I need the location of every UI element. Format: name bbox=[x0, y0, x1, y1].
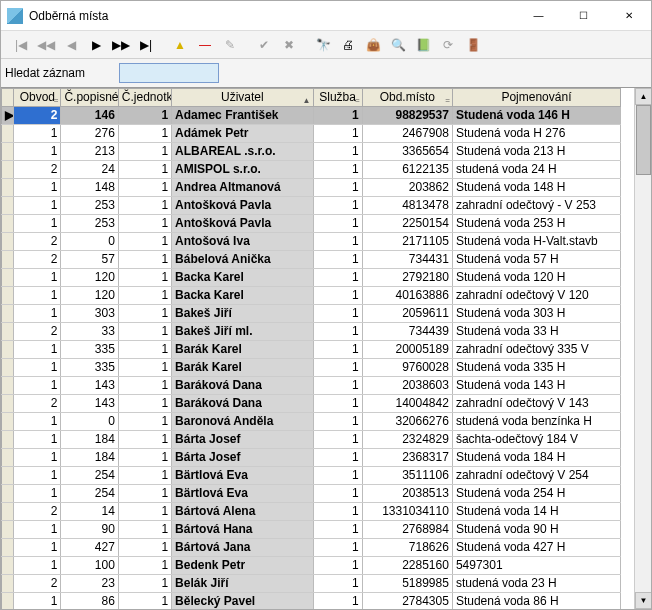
cell-jedn[interactable]: 1 bbox=[118, 449, 171, 467]
cell-pojm[interactable]: Studená voda 120 H bbox=[452, 269, 620, 287]
cell-jedn[interactable]: 1 bbox=[118, 539, 171, 557]
table-row[interactable]: 12541Bärtlová Eva12038513Studená voda 25… bbox=[2, 485, 621, 503]
cell-obdm[interactable]: 2324829 bbox=[362, 431, 452, 449]
cell-obvod[interactable]: 1 bbox=[14, 341, 61, 359]
cell-jedn[interactable]: 1 bbox=[118, 143, 171, 161]
cell-uziv[interactable]: Adamec František bbox=[172, 107, 313, 125]
cell-obvod[interactable]: 1 bbox=[14, 449, 61, 467]
nav-fwd-icon[interactable]: ▶▶ bbox=[109, 34, 133, 56]
cell-uziv[interactable]: Bělecký Pavel bbox=[172, 593, 313, 610]
cell-uziv[interactable]: Bärtlová Eva bbox=[172, 485, 313, 503]
cell-pojm[interactable]: zahradní odečtový V 120 bbox=[452, 287, 620, 305]
cell-pojm[interactable]: šachta-odečtový 184 V bbox=[452, 431, 620, 449]
cell-obdm[interactable]: 40163886 bbox=[362, 287, 452, 305]
cell-pojm[interactable]: Studená voda 86 H bbox=[452, 593, 620, 610]
cell-obvod[interactable]: 2 bbox=[14, 575, 61, 593]
cell-uziv[interactable]: Bedenk Petr bbox=[172, 557, 313, 575]
cell-popis[interactable]: 184 bbox=[61, 431, 118, 449]
cell-sluz[interactable]: 1 bbox=[313, 575, 362, 593]
cell-obdm[interactable]: 734439 bbox=[362, 323, 452, 341]
minimize-button[interactable]: — bbox=[516, 1, 561, 30]
table-row[interactable]: 11001Bedenk Petr122851605497301 bbox=[2, 557, 621, 575]
cell-uziv[interactable]: Bártová Jana bbox=[172, 539, 313, 557]
cell-uziv[interactable]: Bärtlová Eva bbox=[172, 467, 313, 485]
table-row[interactable]: 12531Antošková Pavla14813478zahradní ode… bbox=[2, 197, 621, 215]
cell-obdm[interactable]: 2059611 bbox=[362, 305, 452, 323]
cell-obdm[interactable]: 2792180 bbox=[362, 269, 452, 287]
door-icon[interactable]: 🚪 bbox=[461, 34, 485, 56]
cell-jedn[interactable]: 1 bbox=[118, 215, 171, 233]
cell-obdm[interactable]: 2467908 bbox=[362, 125, 452, 143]
cell-obvod[interactable]: 2 bbox=[14, 107, 61, 125]
bag-icon[interactable]: 👜 bbox=[361, 34, 385, 56]
cell-obvod[interactable]: 1 bbox=[14, 179, 61, 197]
cell-jedn[interactable]: 1 bbox=[118, 359, 171, 377]
cell-pojm[interactable]: Studená voda 33 H bbox=[452, 323, 620, 341]
up-icon[interactable]: ▲ bbox=[168, 34, 192, 56]
cell-popis[interactable]: 276 bbox=[61, 125, 118, 143]
cell-popis[interactable]: 184 bbox=[61, 449, 118, 467]
scroll-thumb[interactable] bbox=[636, 105, 651, 175]
cell-jedn[interactable]: 1 bbox=[118, 503, 171, 521]
cell-uziv[interactable]: Antošová Iva bbox=[172, 233, 313, 251]
cell-jedn[interactable]: 1 bbox=[118, 323, 171, 341]
col-header-obvod[interactable]: Obvod= bbox=[14, 89, 61, 107]
cell-obdm[interactable]: 3365654 bbox=[362, 143, 452, 161]
cell-pojm[interactable]: Studená voda 57 H bbox=[452, 251, 620, 269]
cell-popis[interactable]: 0 bbox=[61, 233, 118, 251]
cell-jedn[interactable]: 1 bbox=[118, 593, 171, 610]
cell-uziv[interactable]: Backa Karel bbox=[172, 269, 313, 287]
cell-pojm[interactable]: Studená voda 143 H bbox=[452, 377, 620, 395]
table-row[interactable]: 2141Bártová Alena11331034110Studená voda… bbox=[2, 503, 621, 521]
cell-obvod[interactable]: 1 bbox=[14, 413, 61, 431]
cell-sluz[interactable]: 1 bbox=[313, 323, 362, 341]
cell-jedn[interactable]: 1 bbox=[118, 557, 171, 575]
cell-popis[interactable]: 253 bbox=[61, 197, 118, 215]
scroll-down-icon[interactable]: ▼ bbox=[635, 592, 651, 609]
binoculars-icon[interactable]: 🔭 bbox=[311, 34, 335, 56]
cell-pojm[interactable]: studená voda 24 H bbox=[452, 161, 620, 179]
cell-jedn[interactable]: 1 bbox=[118, 521, 171, 539]
cell-jedn[interactable]: 1 bbox=[118, 251, 171, 269]
cell-obvod[interactable]: 2 bbox=[14, 251, 61, 269]
cell-obvod[interactable]: 2 bbox=[14, 395, 61, 413]
cell-obdm[interactable]: 98829537 bbox=[362, 107, 452, 125]
cell-pojm[interactable]: Studená voda H 276 bbox=[452, 125, 620, 143]
col-header-pojm[interactable]: Pojmenování bbox=[452, 89, 620, 107]
cell-popis[interactable]: 33 bbox=[61, 323, 118, 341]
cell-uziv[interactable]: Bárta Josef bbox=[172, 431, 313, 449]
cell-popis[interactable]: 335 bbox=[61, 359, 118, 377]
cell-jedn[interactable]: 1 bbox=[118, 179, 171, 197]
data-grid[interactable]: Obvod=Č.popisnéČ.jednotkUživatel▲Služba=… bbox=[1, 88, 621, 609]
cell-obvod[interactable]: 1 bbox=[14, 143, 61, 161]
table-row[interactable]: 14271Bártová Jana1718626Studená voda 427… bbox=[2, 539, 621, 557]
cell-obdm[interactable]: 2285160 bbox=[362, 557, 452, 575]
cell-sluz[interactable]: 1 bbox=[313, 143, 362, 161]
cell-uziv[interactable]: Barák Karel bbox=[172, 341, 313, 359]
cell-sluz[interactable]: 1 bbox=[313, 341, 362, 359]
table-row[interactable]: 101Baronová Anděla132066276studená voda … bbox=[2, 413, 621, 431]
cell-obdm[interactable]: 2250154 bbox=[362, 215, 452, 233]
table-row[interactable]: 2331Bakeš Jiří ml.1734439Studená voda 33… bbox=[2, 323, 621, 341]
table-row[interactable]: 11201Backa Karel140163886zahradní odečto… bbox=[2, 287, 621, 305]
table-row[interactable]: 12541Bärtlová Eva13511106zahradní odečto… bbox=[2, 467, 621, 485]
cell-jedn[interactable]: 1 bbox=[118, 575, 171, 593]
cell-pojm[interactable]: Studená voda 303 H bbox=[452, 305, 620, 323]
cell-popis[interactable]: 120 bbox=[61, 269, 118, 287]
col-header-obdm[interactable]: Obd.místo= bbox=[362, 89, 452, 107]
table-row[interactable]: 2241AMISPOL s.r.o.16122135studená voda 2… bbox=[2, 161, 621, 179]
table-row[interactable]: 13351Barák Karel120005189zahradní odečto… bbox=[2, 341, 621, 359]
print-icon[interactable]: 🖨 bbox=[336, 34, 360, 56]
cell-popis[interactable]: 254 bbox=[61, 485, 118, 503]
cell-obvod[interactable]: 1 bbox=[14, 287, 61, 305]
cell-jedn[interactable]: 1 bbox=[118, 233, 171, 251]
close-button[interactable]: ✕ bbox=[606, 1, 651, 30]
cell-popis[interactable]: 213 bbox=[61, 143, 118, 161]
cell-obdm[interactable]: 9760028 bbox=[362, 359, 452, 377]
col-header-popis[interactable]: Č.popisné bbox=[61, 89, 118, 107]
cell-jedn[interactable]: 1 bbox=[118, 161, 171, 179]
table-row[interactable]: 12531Antošková Pavla12250154Studená voda… bbox=[2, 215, 621, 233]
cell-pojm[interactable]: zahradní odečtový - V 253 bbox=[452, 197, 620, 215]
cell-sluz[interactable]: 1 bbox=[313, 269, 362, 287]
table-row[interactable]: 201Antošová Iva12171105Studená voda H-Va… bbox=[2, 233, 621, 251]
